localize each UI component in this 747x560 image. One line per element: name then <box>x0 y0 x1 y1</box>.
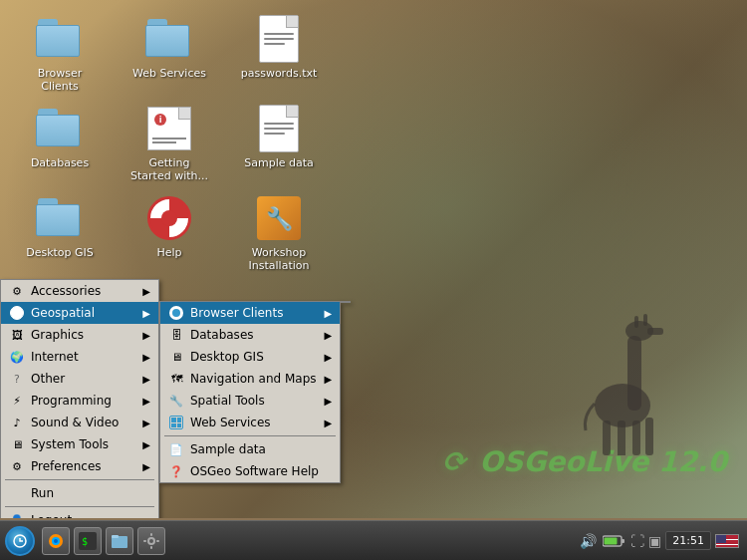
desktop-icon-workshop-label: WorkshopInstallation <box>249 246 310 272</box>
geo-item-databases[interactable]: 🗄 Databases ▶ <box>160 324 340 346</box>
programming-icon: ⚡ <box>9 393 25 409</box>
svg-rect-3 <box>647 328 663 335</box>
spatial-tools-arrow: ▶ <box>325 396 333 407</box>
geo-item-spatial-tools[interactable]: 🔧 Spatial Tools ▶ <box>160 390 340 412</box>
svg-rect-21 <box>143 540 146 542</box>
menu-item-geospatial[interactable]: Geospatial ▶ <box>1 302 158 324</box>
geospatial-arrow: ▶ <box>142 308 150 319</box>
svg-rect-19 <box>150 533 152 536</box>
taskbar: $ 🔊 ⛶ ▣ <box>0 520 747 560</box>
preferences-arrow: ▶ <box>142 461 150 472</box>
other-icon: ? <box>9 371 25 387</box>
desktop: ⟳ OSGeoLive 12.0 <box>0 0 747 518</box>
menu-item-logout[interactable]: 👤 Logout <box>1 509 158 518</box>
clock-time: 21:51 <box>672 534 704 547</box>
desktop-icon-getting-started-label: GettingStarted with... <box>130 156 208 182</box>
browser-clients-label: Browser Clients <box>190 306 317 320</box>
menu-item-internet[interactable]: 🌍 Internet ▶ <box>1 346 158 368</box>
menu-sep-2 <box>5 506 154 507</box>
osgeo-help-icon: ❓ <box>168 463 184 479</box>
menu-item-preferences[interactable]: ⚙ Preferences ▶ <box>1 455 158 477</box>
desktop-icon-desktop-gis-label: Desktop GIS <box>26 246 94 259</box>
browser-clients-arrow: ▶ <box>325 308 333 319</box>
system-tools-icon: 🖥 <box>9 436 25 452</box>
run-label: Run <box>31 486 150 500</box>
desktop-gis-label: Desktop GIS <box>190 350 317 364</box>
geo-item-navigation[interactable]: 🗺 Navigation and Maps ▶ <box>160 368 340 390</box>
svg-rect-5 <box>618 420 625 455</box>
desktop-icon-databases[interactable]: Databases <box>15 105 105 182</box>
language-flag[interactable] <box>715 534 739 548</box>
desktop-icon-web-services-label: Web Services <box>132 67 206 80</box>
menu-item-system-tools[interactable]: 🖥 System Tools ▶ <box>1 433 158 455</box>
desktop-icon-web-services[interactable]: Web Services <box>124 15 214 93</box>
geo-item-browser-clients[interactable]: Browser Clients ▶ <box>160 302 340 324</box>
desktop-icons-row1: BrowserClients Web Services <box>10 10 329 98</box>
taskbar-settings-button[interactable] <box>137 527 165 555</box>
taskbar-firefox-button[interactable] <box>42 527 70 555</box>
svg-rect-4 <box>603 420 611 455</box>
databases-label: Databases <box>190 328 317 342</box>
desktop-icon-desktop-gis[interactable]: Desktop GIS <box>15 194 105 272</box>
desktop-icon-workshop[interactable]: 🔧 WorkshopInstallation <box>234 194 324 272</box>
menu-item-run[interactable]: Run <box>1 482 158 504</box>
web-services-label: Web Services <box>190 416 317 429</box>
taskbar-files-button[interactable] <box>106 527 133 555</box>
accessories-arrow: ▶ <box>142 286 150 297</box>
spatial-tools-label: Spatial Tools <box>190 394 317 408</box>
navigation-label: Navigation and Maps <box>190 372 317 386</box>
geo-item-web-services[interactable]: Web Services ▶ <box>160 412 340 433</box>
desktop-icon-sample-data[interactable]: Sample data <box>234 105 324 182</box>
internet-arrow: ▶ <box>142 352 150 363</box>
menu-item-sound-video[interactable]: ♪ Sound & Video ▶ <box>1 412 158 433</box>
logout-icon: 👤 <box>9 512 25 518</box>
desktop-gis-arrow: ▶ <box>325 352 333 363</box>
desktop-icon-getting-started[interactable]: i GettingStarted with... <box>124 105 214 182</box>
desktop-icon-passwords[interactable]: passwords.txt <box>234 15 324 93</box>
desktop-icon-browser-clients-label: BrowserClients <box>38 67 83 93</box>
svg-rect-9 <box>643 314 647 326</box>
menu-item-programming[interactable]: ⚡ Programming ▶ <box>1 390 158 412</box>
sound-video-icon: ♪ <box>9 415 25 430</box>
geo-item-osgeo-help[interactable]: ❓ OSGeo Software Help <box>160 460 340 482</box>
menu-item-graphics[interactable]: 🖼 Graphics ▶ <box>1 324 158 346</box>
run-icon <box>9 485 25 501</box>
desktop-icons-row3: Desktop GIS Help 🔧 WorkshopInstallation <box>10 189 329 277</box>
geo-item-sample-data[interactable]: 📄 Sample data <box>160 438 340 460</box>
programming-arrow: ▶ <box>142 396 150 407</box>
svg-text:$: $ <box>82 536 88 547</box>
other-arrow: ▶ <box>142 374 150 385</box>
graphics-label: Graphics <box>31 328 134 342</box>
databases-arrow: ▶ <box>325 330 333 341</box>
geospatial-icon <box>9 305 25 321</box>
preferences-icon: ⚙ <box>9 458 25 474</box>
geospatial-label: Geospatial <box>31 306 134 320</box>
desktop-gis-icon: 🖥 <box>168 349 184 365</box>
geo-sample-data-label: Sample data <box>190 442 332 456</box>
graphics-arrow: ▶ <box>142 330 150 341</box>
desktop-icon-help[interactable]: Help <box>124 194 214 272</box>
navigation-icon: 🗺 <box>168 371 184 387</box>
web-services-arrow: ▶ <box>325 418 333 428</box>
spatial-tools-icon: 🔧 <box>168 393 184 409</box>
browser-clients-submenu-indicator <box>341 301 351 303</box>
svg-rect-24 <box>622 539 624 543</box>
svg-rect-8 <box>634 316 638 328</box>
svg-rect-6 <box>632 420 640 455</box>
display-icon[interactable]: ▣ <box>648 533 661 549</box>
other-label: Other <box>31 372 134 386</box>
browser-clients-icon <box>168 305 184 321</box>
svg-point-13 <box>54 539 58 543</box>
taskbar-terminal-button[interactable]: $ <box>74 527 102 555</box>
geo-item-desktop-gis[interactable]: 🖥 Desktop GIS ▶ <box>160 346 340 368</box>
menu-item-other[interactable]: ? Other ▶ <box>1 368 158 390</box>
desktop-icon-databases-label: Databases <box>31 156 89 169</box>
desktop-icon-browser-clients[interactable]: BrowserClients <box>15 15 105 93</box>
network-icon[interactable]: ⛶ <box>630 533 644 549</box>
svg-rect-1 <box>627 336 641 411</box>
taskbar-start-button[interactable] <box>2 523 38 559</box>
volume-icon[interactable]: 🔊 <box>580 533 597 549</box>
accessories-icon: ⚙ <box>9 283 25 299</box>
graphics-icon: 🖼 <box>9 327 25 343</box>
menu-item-accessories[interactable]: ⚙ Accessories ▶ <box>1 280 158 302</box>
